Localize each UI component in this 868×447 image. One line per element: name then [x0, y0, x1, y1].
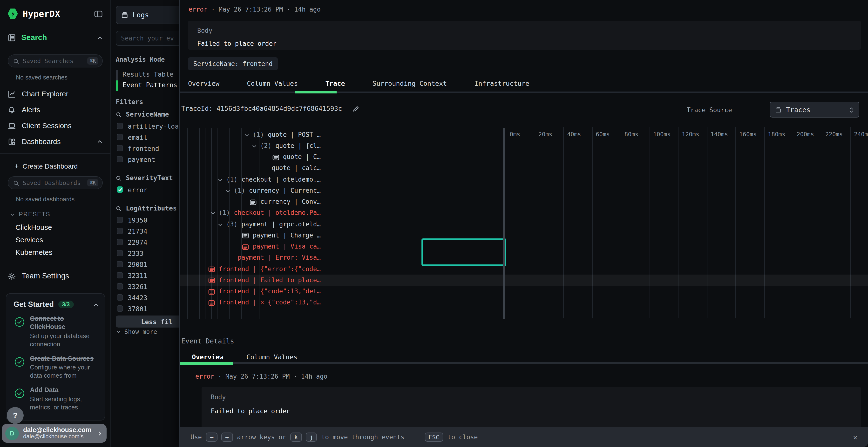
filter-option[interactable]: 22974: [116, 237, 179, 248]
tab-column-values[interactable]: Column Values: [247, 79, 298, 87]
checkbox[interactable]: [117, 261, 123, 267]
tab-surrounding-context[interactable]: Surrounding Context: [373, 79, 447, 87]
filter-option[interactable]: 32311: [116, 270, 179, 281]
trace-tree-row[interactable]: frontend | {"error":{"code…: [208, 263, 321, 275]
saved-searches-input[interactable]: Saved Searches ⌘K: [8, 55, 103, 67]
less-filters-button[interactable]: Less fil: [116, 315, 179, 328]
chevron-up-icon[interactable]: [93, 300, 99, 309]
filter-option[interactable]: error: [116, 184, 179, 195]
tree-scrollbar[interactable]: [503, 128, 505, 319]
analysis-mode-event-patterns[interactable]: Event Patterns: [116, 79, 178, 90]
chevron-down-icon[interactable]: [217, 220, 223, 228]
get-started-item[interactable]: Add DataStart sending logs, metrics, or …: [13, 386, 99, 412]
get-started-item[interactable]: Create Data SourcesConfigure where your …: [13, 355, 99, 380]
checkbox[interactable]: [117, 294, 123, 301]
preset-item-clickhouse[interactable]: ClickHouse: [0, 219, 111, 231]
preset-item-kubernetes[interactable]: Kubernetes: [0, 244, 111, 256]
source-select-button[interactable]: Logs: [116, 6, 179, 24]
sidebar-item-alerts[interactable]: Alerts: [0, 102, 111, 117]
search-icon: [13, 57, 19, 65]
trace-tree-row[interactable]: (1)quote | POST …: [244, 129, 321, 140]
trace-tree-row[interactable]: quote | calc…: [272, 163, 321, 174]
saved-dashboards-placeholder: Saved Dashboards: [23, 179, 81, 186]
analysis-mode-results-table[interactable]: Results Table: [116, 69, 178, 79]
trace-tree-row[interactable]: (1)checkout | oteldemo.…: [217, 174, 321, 185]
filter-option[interactable]: 33261: [116, 281, 179, 292]
filter-option[interactable]: email: [116, 132, 179, 143]
trace-tree-row[interactable]: currency | Conv…: [250, 196, 321, 207]
axis-tick-label: 220ms: [825, 131, 843, 138]
sidebar-section-search[interactable]: Search: [0, 32, 111, 43]
filter-option[interactable]: 37801: [116, 303, 179, 314]
sidebar-collapse-icon[interactable]: [94, 9, 103, 18]
checkbox[interactable]: [117, 250, 123, 256]
user-menu[interactable]: D dale@clickhouse.com dale@clickhouse.co…: [2, 424, 106, 443]
filter-option[interactable]: 2333: [116, 248, 179, 259]
trace-tree-row[interactable]: payment | Error: Visa…: [238, 252, 321, 264]
tab-infrastructure[interactable]: Infrastructure: [474, 79, 529, 87]
edit-icon[interactable]: [353, 105, 360, 112]
event-details-tab-overview[interactable]: Overview: [192, 353, 223, 361]
checkbox[interactable]: [117, 217, 123, 223]
event-search-input[interactable]: Search your ev: [116, 31, 179, 46]
create-dashboard-button[interactable]: + Create Dashboard: [0, 153, 111, 170]
chevron-up-icon[interactable]: [97, 33, 103, 42]
preset-item-services[interactable]: Services: [0, 231, 111, 244]
kbd-arrow-left: ←: [206, 433, 217, 442]
checkbox[interactable]: [117, 145, 123, 151]
trace-tree-row[interactable]: payment | Visa ca…: [242, 241, 321, 252]
checkbox[interactable]: [117, 134, 123, 140]
checkbox-checked[interactable]: [117, 186, 123, 193]
filter-option[interactable]: payment: [116, 153, 179, 165]
chevron-up-icon[interactable]: [97, 137, 103, 146]
trace-tree-row[interactable]: quote | C…: [272, 151, 321, 163]
tab-trace[interactable]: Trace: [325, 79, 345, 87]
footer-use-text: Use: [190, 434, 202, 441]
gridline: [649, 127, 650, 318]
checkbox[interactable]: [117, 228, 123, 234]
trace-source-select[interactable]: Traces: [770, 102, 859, 117]
presets-toggle[interactable]: PRESETS: [0, 203, 111, 219]
trace-tree-row[interactable]: frontend | ⨯ {"code":13,"d…: [208, 297, 321, 308]
filter-option[interactable]: 21734: [116, 226, 179, 237]
saved-dashboards-input[interactable]: Saved Dashboards ⌘K: [8, 176, 103, 189]
sidebar-item-dashboards[interactable]: Dashboards: [0, 133, 111, 149]
chevron-down-icon: [10, 210, 15, 219]
chevron-down-icon[interactable]: [244, 131, 249, 138]
sidebar-item-chart-explorer[interactable]: Chart Explorer: [0, 86, 111, 102]
sidebar-item-client-sessions[interactable]: Client Sessions: [0, 117, 111, 133]
tab-overview[interactable]: Overview: [188, 79, 219, 87]
event-details-tab-column-values[interactable]: Column Values: [246, 353, 297, 361]
trace-tree-row[interactable]: frontend | Failed to place…: [208, 275, 321, 286]
sidebar-item-label: Dashboards: [22, 137, 61, 145]
filter-option[interactable]: 29081: [116, 259, 179, 270]
checkbox[interactable]: [117, 156, 123, 162]
chevron-down-icon[interactable]: [251, 142, 257, 149]
checkbox[interactable]: [117, 305, 123, 312]
span-label: checkout | oteldemo.…: [241, 176, 321, 183]
trace-tree-row[interactable]: (3)payment | grpc.oteld…: [217, 218, 321, 230]
chevron-down-icon[interactable]: [217, 176, 223, 183]
trace-tree-row[interactable]: payment | Charge …: [242, 230, 321, 241]
get-started-item[interactable]: Connect to ClickHouseSet up your databas…: [13, 315, 99, 348]
trace-tree-row[interactable]: frontend | {"code":13,"det…: [208, 286, 321, 297]
team-settings-button[interactable]: Team Settings: [0, 272, 111, 281]
trace-tree-row[interactable]: (2)quote | {cl…: [251, 140, 321, 151]
checkbox[interactable]: [117, 123, 123, 129]
checkbox[interactable]: [117, 272, 123, 278]
filter-option[interactable]: 34423: [116, 292, 179, 303]
checkbox[interactable]: [117, 283, 123, 289]
filter-option[interactable]: frontend: [116, 143, 179, 153]
user-email: dale@clickhouse.com: [23, 426, 91, 434]
trace-tree-row[interactable]: (1)checkout | oteldemo.Pa…: [210, 207, 321, 219]
filter-option[interactable]: artillery-loa: [116, 121, 179, 132]
checkbox[interactable]: [117, 239, 123, 245]
filter-option[interactable]: 19350: [116, 214, 179, 226]
trace-tree-row[interactable]: (1)currency | Currenc…: [225, 185, 321, 196]
close-icon[interactable]: ✕: [853, 433, 858, 442]
chevron-down-icon[interactable]: [225, 187, 230, 194]
help-button[interactable]: ?: [7, 407, 24, 424]
chevron-down-icon[interactable]: [210, 209, 215, 216]
service-name-chip[interactable]: ServiceName: frontend: [188, 57, 278, 70]
saved-searches-placeholder: Saved Searches: [23, 57, 73, 65]
